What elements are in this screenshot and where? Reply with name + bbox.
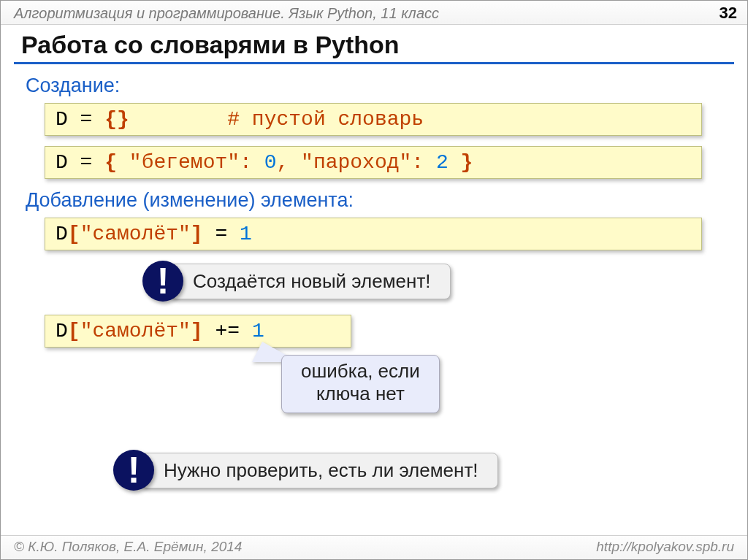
callout-new-element: ! Создаётся новый элемент! [142, 261, 722, 302]
course-title: Алгоритмизация и программирование. Язык … [14, 5, 439, 22]
section-create: Создание: [26, 74, 722, 97]
callout-check: ! Нужно проверить, есть ли элемент! [113, 450, 722, 491]
code-empty-dict: D = {} # пустой словарь [45, 103, 702, 136]
page-number: 32 [720, 4, 737, 23]
footer-bar: © К.Ю. Поляков, Е.А. Ерёмин, 2014 http:/… [1, 535, 747, 559]
code-assign: D["самолёт"] = 1 [45, 218, 702, 250]
title-rule [14, 62, 734, 64]
header-bar: Алгоритмизация и программирование. Язык … [1, 1, 747, 25]
exclaim-icon: ! [142, 261, 183, 302]
section-add: Добавление (изменение) элемента: [26, 189, 722, 212]
exclaim-icon: ! [113, 450, 154, 491]
comment: # пустой словарь [227, 108, 424, 131]
error-callout: ошибка, если ключа нет [26, 355, 722, 442]
slide: Алгоритмизация и программирование. Язык … [0, 0, 748, 560]
slide-title: Работа со словарями в Python [1, 25, 747, 62]
code-increment: D["самолёт"] += 1 [45, 315, 351, 348]
footer-url: http://kpolyakov.spb.ru [596, 539, 734, 555]
callout-text: Нужно проверить, есть ли элемент! [141, 453, 498, 488]
error-box: ошибка, если ключа нет [281, 355, 440, 413]
code-literal-dict: D = { "бегемот": 0, "пароход": 2 } [45, 146, 702, 179]
content-area: Создание: D = {} # пустой словарь D = { … [1, 69, 747, 535]
copyright: © К.Ю. Поляков, Е.А. Ерёмин, 2014 [14, 539, 242, 555]
callout-text: Создаётся новый элемент! [170, 264, 451, 299]
